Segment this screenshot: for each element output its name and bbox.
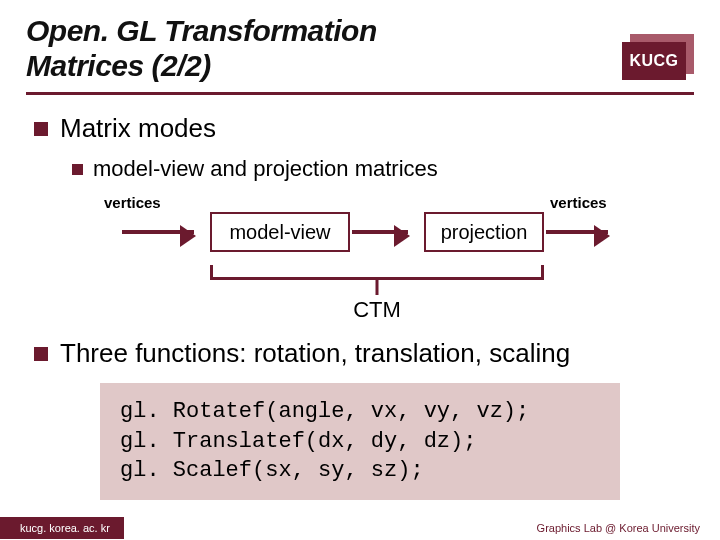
pipeline-diagram: vertices vertices model-view projection … [104, 192, 664, 332]
logo-text: KUCG [622, 42, 686, 80]
code-line: gl. Rotatef(angle, vx, vy, vz); [120, 397, 600, 427]
bracket-tick [541, 265, 544, 279]
slide-body: Matrix modes model-view and projection m… [26, 95, 694, 500]
code-line: gl. Scalef(sx, sy, sz); [120, 456, 600, 486]
title-line-1: Open. GL Transformation [26, 14, 377, 49]
square-bullet-icon [34, 347, 48, 361]
bullet-level1: Three functions: rotation, translation, … [34, 338, 686, 369]
arrow-icon [352, 230, 408, 234]
arrow-icon [122, 230, 194, 234]
bullet-text: Matrix modes [60, 113, 216, 144]
code-block: gl. Rotatef(angle, vx, vy, vz); gl. Tran… [100, 383, 620, 500]
footer-credit: Graphics Lab @ Korea University [537, 522, 720, 534]
arrow-icon [546, 230, 608, 234]
slide-title: Open. GL Transformation Matrices (2/2) [26, 14, 377, 83]
label-vertices-in: vertices [104, 194, 161, 211]
square-bullet-icon [34, 122, 48, 136]
slide: Open. GL Transformation Matrices (2/2) K… [0, 0, 720, 540]
label-vertices-out: vertices [550, 194, 607, 211]
box-projection: projection [424, 212, 544, 252]
bullet-text: Three functions: rotation, translation, … [60, 338, 570, 369]
bullet-level1: Matrix modes [34, 113, 686, 144]
code-line: gl. Translatef(dx, dy, dz); [120, 427, 600, 457]
bracket-stem [376, 279, 379, 295]
label-ctm: CTM [353, 297, 401, 323]
slide-header: Open. GL Transformation Matrices (2/2) K… [26, 14, 694, 86]
box-modelview: model-view [210, 212, 350, 252]
bullet-level2: model-view and projection matrices [72, 156, 686, 182]
title-line-2: Matrices (2/2) [26, 49, 377, 84]
logo: KUCG [612, 34, 694, 86]
bullet-text: model-view and projection matrices [93, 156, 438, 182]
square-bullet-icon [72, 164, 83, 175]
footer-url: kucg. korea. ac. kr [0, 517, 124, 539]
ctm-bracket: CTM [210, 257, 544, 307]
slide-footer: kucg. korea. ac. kr Graphics Lab @ Korea… [0, 516, 720, 540]
